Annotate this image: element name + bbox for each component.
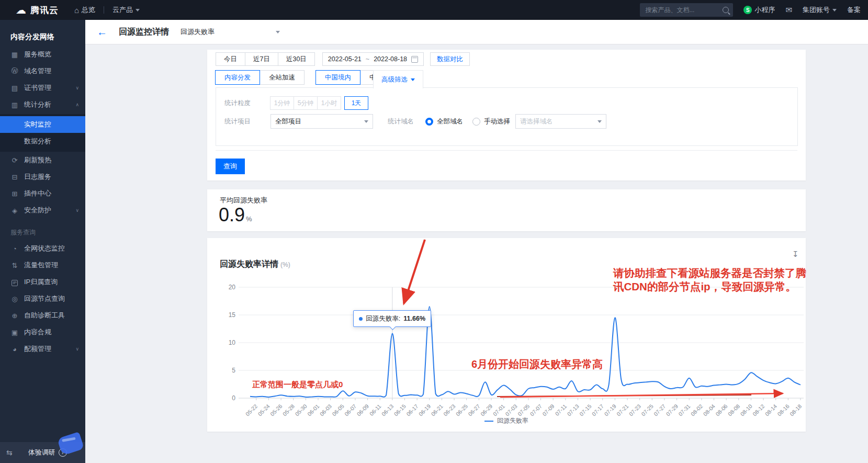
sidebar-item[interactable]: ◈安全防护∨ [0, 202, 85, 219]
y-tick-label: 20 [229, 284, 236, 291]
x-tick-label: 07-19 [603, 403, 617, 417]
x-tick-label: 08-10 [739, 403, 753, 417]
date-range-picker[interactable]: 2022-05-21 ~ 2022-08-18 [322, 52, 424, 66]
sidebar-item[interactable]: ◎回源节点查询 [0, 290, 85, 307]
quick-range-button[interactable]: 近7日 [245, 52, 278, 66]
advanced-filter-panel: 统计粒度 1分钟5分钟1小时1天 统计项目 全部项目 统计域名 全部域名 手动选… [216, 87, 798, 146]
log-icon: ⊟ [10, 173, 19, 181]
search-icon[interactable] [723, 7, 729, 13]
nav-products-label: 云产品 [112, 5, 133, 15]
sidebar-item-label: 日志服务 [24, 172, 79, 182]
project-select[interactable]: 全部项目 [270, 114, 373, 129]
traffic-icon: ⇅ [10, 262, 19, 269]
chart-legend: 回源失败率 [207, 416, 806, 425]
quick-range-button[interactable]: 近30日 [278, 52, 315, 66]
y-tick-label: 0 [232, 394, 235, 402]
tab-全站加速[interactable]: 全站加速 [260, 70, 305, 85]
granularity-option[interactable]: 1天 [344, 96, 368, 110]
sidebar-item[interactable]: ◔全网状态监控 [0, 240, 85, 257]
sidebar-item-label: 自助诊断工具 [24, 311, 79, 320]
miniprogram-entry[interactable]: S 小程序 [743, 5, 775, 15]
domain-select[interactable]: 请选择域名 [515, 114, 606, 129]
x-tick-label: 07-07 [528, 403, 543, 417]
survey-label: 体验调研 [28, 448, 55, 457]
x-tick-label: 06-27 [467, 403, 481, 417]
domain-all-radio[interactable] [425, 118, 433, 126]
query-button[interactable]: 查询 [216, 159, 245, 174]
beian-link[interactable]: 备案 [847, 5, 861, 15]
compare-button[interactable]: 数据对比 [430, 52, 470, 66]
x-tick-label: 07-13 [566, 403, 580, 417]
diagnosis-icon: ⊕ [10, 312, 19, 320]
sidebar-item[interactable]: ⊟日志服务 [0, 168, 85, 185]
sidebar-subitem-active[interactable]: 实时监控 [0, 116, 85, 133]
summary-value: 0.9% [219, 204, 252, 226]
sidebar-item[interactable]: ⊞插件中心 [0, 185, 85, 202]
sidebar-item[interactable]: ◕配额管理∨ [0, 341, 85, 357]
sidebar-item[interactable]: ▤证书管理∨ [0, 80, 85, 96]
x-tick-label: 08-16 [776, 403, 791, 417]
sidebar-item-label: 插件中心 [24, 189, 79, 198]
topbar-search[interactable] [640, 3, 733, 17]
account-menu[interactable]: 集团账号 [803, 5, 837, 15]
date-separator: ~ [366, 55, 369, 63]
sidebar-item[interactable]: ▣内容合规 [0, 324, 85, 341]
metric-select[interactable]: 回源失败率 [181, 27, 280, 37]
tab-内容分发[interactable]: 内容分发 [215, 70, 260, 85]
chevron-down-icon [832, 9, 837, 12]
mail-icon[interactable]: ✉ [785, 5, 792, 15]
x-tick-label: 06-11 [368, 403, 382, 417]
x-tick-label: 06-09 [356, 403, 370, 417]
legend-line-icon [484, 421, 493, 422]
summary-unit: % [246, 215, 252, 223]
x-tick-label: 08-12 [751, 403, 766, 417]
x-tick-label: 07-21 [615, 403, 630, 417]
sidebar-item-label: 回源节点查询 [24, 294, 79, 303]
x-tick-label: 07-23 [628, 403, 642, 417]
x-tick-label: 06-21 [430, 403, 444, 417]
domain-manual-radio[interactable] [472, 118, 480, 126]
chart-tooltip: 回源失败率: 11.66% [353, 310, 431, 327]
sidebar-item[interactable]: Ⓦ域名管理 [0, 63, 85, 80]
x-tick-label: 06-07 [343, 403, 358, 417]
sidebar-item[interactable]: IPIP归属查询 [0, 274, 85, 290]
x-tick-label: 06-15 [392, 403, 407, 417]
chevron-down-icon [276, 31, 280, 33]
sidebar-item[interactable]: ⟳刷新预热 [0, 152, 85, 168]
metric-select-value: 回源失败率 [181, 27, 215, 37]
refresh-icon: ⟳ [10, 156, 19, 164]
sidebar-item[interactable]: ▦服务概览 [0, 46, 85, 63]
nav-overview-label: 总览 [82, 5, 95, 15]
advanced-filter-label: 高级筛选 [381, 75, 408, 84]
chart-card: 回源失败率详情(%) ↧ 0510152005-2205-2405-2605-2… [207, 238, 806, 432]
sidebar-footer: ⇆ 体验调研 › [0, 442, 85, 463]
page-title: 回源监控详情 [119, 27, 169, 38]
chevron-down-icon [411, 78, 415, 81]
annotation-right: 请协助排查下看源站服务器是否封禁了腾讯CDN的部分节点ip，导致回源异常。 [613, 266, 814, 293]
date-end: 2022-08-18 [374, 55, 407, 63]
x-tick-label: 05-22 [244, 403, 259, 417]
domain-select-placeholder: 请选择域名 [520, 117, 553, 126]
tab-中国境内[interactable]: 中国境内 [315, 70, 360, 85]
sidebar-item-label: 统计分析 [24, 100, 70, 109]
collapse-sidebar-icon[interactable]: ⇆ [0, 448, 19, 457]
nav-overview[interactable]: ⌂ 总览 [74, 5, 95, 15]
advanced-filter-toggle[interactable]: 高级筛选 [373, 70, 423, 88]
sidebar-submenu: 实时监控数据分析 [0, 114, 85, 152]
sidebar-item-label: 证书管理 [24, 83, 70, 93]
sidebar-subitem[interactable]: 数据分析 [0, 133, 85, 150]
quick-range-button[interactable]: 今日 [216, 52, 245, 66]
search-input[interactable] [644, 6, 719, 14]
x-tick-label: 05-26 [269, 403, 284, 417]
legend-item[interactable]: 回源失败率 [484, 416, 528, 425]
sidebar-item-label: 全网状态监控 [24, 244, 79, 253]
x-tick-label: 06-03 [319, 403, 333, 417]
granularity-label: 统计粒度 [224, 99, 260, 108]
nav-products[interactable]: 云产品 [112, 5, 140, 15]
sidebar-item[interactable]: ⇅流量包管理 [0, 257, 85, 274]
tencent-cloud-logo[interactable]: ☁ 腾讯云 [16, 4, 59, 16]
back-button[interactable]: ← [97, 27, 107, 37]
content-header: ← 回源监控详情 回源失败率 [85, 20, 868, 44]
sidebar-item[interactable]: ⊕自助诊断工具 [0, 307, 85, 324]
sidebar-item[interactable]: ▥统计分析∧ [0, 96, 85, 113]
